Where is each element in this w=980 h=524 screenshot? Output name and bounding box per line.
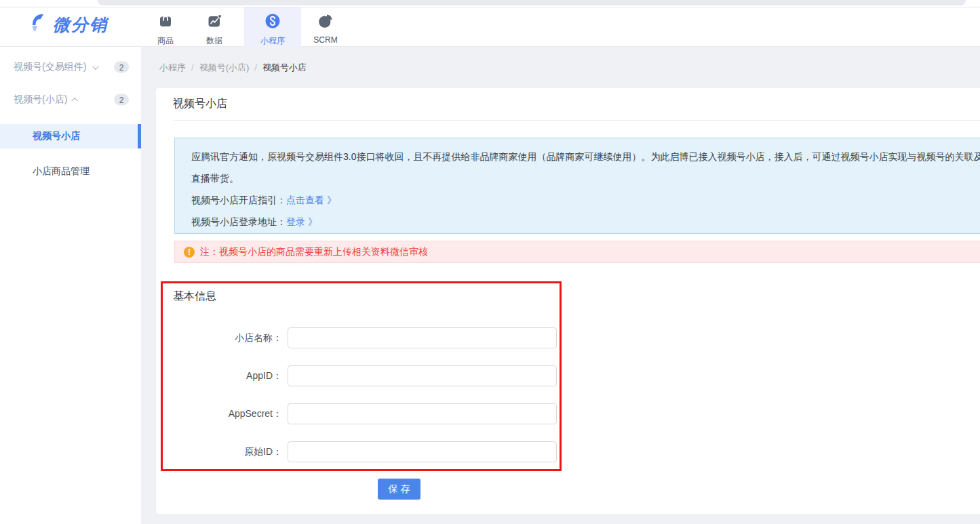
logo-leaf-icon [27,11,47,38]
nav-label: 小程序 [260,35,285,47]
notice-paragraph-line1: 应腾讯官方通知，原视频号交易组件3.0接口将收回，且不再提供给非品牌商家使用（品… [191,146,980,167]
form-row-appsecret: AppSecret： [163,403,560,424]
login-link[interactable]: 登录 》 [286,216,317,227]
shop-name-label: 小店名称： [163,327,285,348]
nav-item-miniprogram[interactable]: 小程序 [244,7,301,47]
horizontal-scrollbar-thumb[interactable] [98,0,966,5]
section-title-basic-info: 基本信息 [173,289,216,304]
info-notice-box: 应腾讯官方通知，原视频号交易组件3.0接口将收回，且不再提供给非品牌商家使用（品… [174,138,980,234]
scrollbar-track-line [0,7,980,7]
sidebar-item-label: 视频号小店 [33,130,80,142]
chevron-down-icon [92,63,99,70]
sidebar-group-label: 视频号(交易组件) [14,61,86,73]
notice-paragraph-line2: 直播带货。 [191,167,980,189]
original-id-input[interactable] [288,441,557,462]
appsecret-input[interactable] [288,403,557,424]
shopping-bag-icon [157,13,174,32]
sidebar: 视频号(交易组件) 2 视频号(小店) 2 视频号小店 小店商品管理 [0,47,141,524]
count-badge: 2 [114,94,129,106]
shop-name-input[interactable] [288,327,557,348]
sidebar-item-label: 小店商品管理 [33,165,90,178]
sidebar-item-channel-shop[interactable]: 视频号小店 [0,124,141,148]
breadcrumb-item[interactable]: 视频号(小店) [199,62,250,74]
warning-notice-box: ! 注：视频号小店的商品需要重新上传相关资料微信审核 [174,241,980,263]
nav-label: 商品 [157,35,174,47]
nav-label: 数据 [206,35,222,47]
breadcrumb: 小程序 / 视频号(小店) / 视频号小店 [159,47,307,88]
sidebar-item-shop-goods-management[interactable]: 小店商品管理 [0,159,141,184]
breadcrumb-item[interactable]: 小程序 [159,62,186,74]
form-row-shop-name: 小店名称： [163,327,560,348]
save-button[interactable]: 保 存 [378,479,420,500]
nav-item-goods[interactable]: 商品 [146,7,184,47]
login-label: 视频号小店登录地址： [191,216,286,227]
logo-text: 微分销 [53,14,108,36]
guide-label: 视频号小店开店指引： [191,195,286,205]
nav-item-data[interactable]: 数据 [195,7,233,47]
app-logo[interactable]: 微分销 [27,11,108,38]
appsecret-label: AppSecret： [163,403,285,424]
data-chart-icon [206,13,222,32]
exclamation-circle-icon: ! [184,247,195,258]
original-id-label: 原始ID： [163,441,285,462]
page-title: 视频号小店 [173,97,227,111]
red-annotation-rectangle: 基本信息 小店名称： AppID： AppSecret： 原始ID： [161,281,562,471]
main-content-area: 小程序 / 视频号(小店) / 视频号小店 视频号小店 应腾讯官方通知，原视频号… [141,47,980,524]
appid-input[interactable] [288,365,557,386]
miniprogram-icon [264,13,281,32]
warning-text: 注：视频号小店的商品需要重新上传相关资料微信审核 [200,246,428,258]
top-nav: 商品 数据 小程序 [146,7,355,47]
guide-link[interactable]: 点击查看 》 [286,195,336,205]
breadcrumb-separator: / [191,62,194,73]
form-row-original-id: 原始ID： [163,441,560,462]
sidebar-group-channel-shop[interactable]: 视频号(小店) 2 [0,83,141,116]
sidebar-group-label: 视频号(小店) [14,94,67,106]
chevron-up-icon [71,97,78,104]
pie-chart-icon [317,13,334,32]
breadcrumb-separator: / [254,62,257,73]
count-badge: 2 [114,62,129,73]
nav-label: SCRM [313,35,337,45]
breadcrumb-current: 视频号小店 [262,62,307,74]
appid-label: AppID： [163,365,285,386]
content-card: 视频号小店 应腾讯官方通知，原视频号交易组件3.0接口将收回，且不再提供给非品牌… [156,88,980,514]
sidebar-group-trade-component[interactable]: 视频号(交易组件) 2 [0,51,141,83]
form-row-appid: AppID： [163,365,560,386]
title-divider [173,120,980,121]
nav-item-scrm[interactable]: SCRM [307,7,345,47]
